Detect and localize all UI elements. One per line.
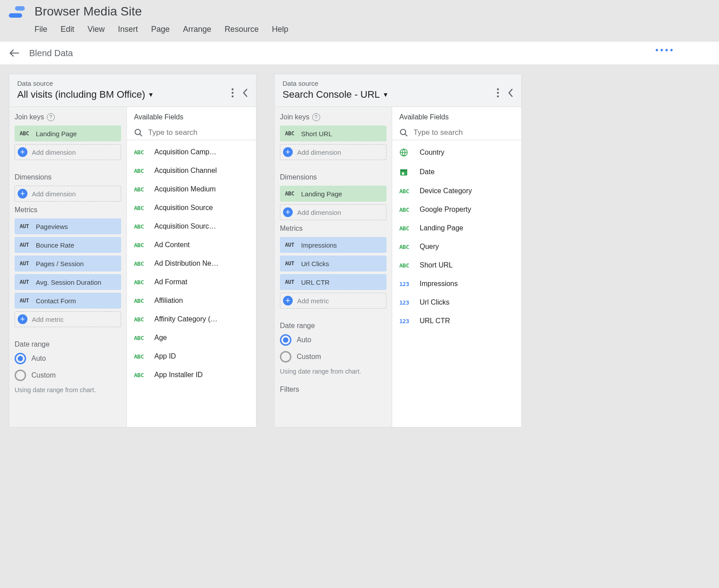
available-field[interactable]: 123URL CTR xyxy=(392,312,521,330)
config-column: Join keys?ABCLanding Page+Add dimensionD… xyxy=(9,107,127,427)
field-search-input[interactable] xyxy=(148,128,249,137)
menu-item-arrange[interactable]: Arrange xyxy=(183,25,211,34)
menu-item-file[interactable]: File xyxy=(34,25,47,34)
dimension-chip[interactable]: ABCLanding Page xyxy=(280,186,386,202)
available-field[interactable]: ABCAcquisition Source xyxy=(127,199,256,217)
plus-icon: + xyxy=(18,189,27,199)
menu-item-insert[interactable]: Insert xyxy=(118,25,138,34)
date-range-hint: Using date range from chart. xyxy=(15,386,121,393)
plus-icon: + xyxy=(18,147,27,157)
available-field[interactable]: ABCAcquisition Sourc… xyxy=(127,217,256,236)
sub-header-title: Blend Data xyxy=(29,48,73,58)
collapse-left-icon[interactable] xyxy=(507,88,513,98)
add-join-dimension-button[interactable]: +Add dimension xyxy=(280,144,386,160)
svg-rect-1 xyxy=(9,13,22,18)
metric-chip[interactable]: AUTPageviews xyxy=(15,218,121,234)
add-join-dimension-button[interactable]: +Add dimension xyxy=(15,144,121,160)
available-field[interactable]: ABCAd Distribution Ne… xyxy=(127,254,256,273)
field-search-row xyxy=(392,126,521,140)
chevron-down-icon: ▼ xyxy=(148,91,154,98)
available-field[interactable]: ABCApp Installer ID xyxy=(127,366,256,384)
more-menu-icon[interactable] xyxy=(497,88,499,98)
join-key-chip[interactable]: ABCShort URL xyxy=(280,126,386,141)
menu-item-view[interactable]: View xyxy=(88,25,105,34)
collapse-left-icon[interactable] xyxy=(242,88,248,98)
available-fields-title: Available Fields xyxy=(127,113,256,126)
available-field[interactable]: ABCGoogle Property xyxy=(392,200,521,219)
available-field[interactable]: ABCAcquisition Camp… xyxy=(127,143,256,161)
metric-chip[interactable]: AUTAvg. Session Duration xyxy=(15,274,121,290)
available-fields-column: Available Fields CountryDateABCDevice Ca… xyxy=(392,107,521,427)
metric-chip[interactable]: AUTURL CTR xyxy=(280,274,386,290)
menu-item-resource[interactable]: Resource xyxy=(225,25,259,34)
data-source-label: Data source xyxy=(283,80,497,87)
search-icon xyxy=(134,128,143,137)
chevron-down-icon: ▼ xyxy=(382,91,389,98)
help-icon[interactable]: ? xyxy=(312,113,320,121)
metric-chip[interactable]: AUTBounce Rate xyxy=(15,237,121,253)
date-range-custom-radio[interactable]: Custom xyxy=(15,370,121,381)
join-keys-label: Join keys? xyxy=(15,113,121,121)
field-search-row xyxy=(127,126,256,140)
calendar-icon xyxy=(399,168,413,176)
available-field[interactable]: ABCAcquisition Medium xyxy=(127,180,256,199)
available-field[interactable]: 123Impressions xyxy=(392,275,521,293)
svg-point-11 xyxy=(401,130,406,135)
available-field[interactable]: ABCAd Format xyxy=(127,273,256,291)
source-header: Data source All visits (including BM Off… xyxy=(9,74,256,107)
available-field[interactable]: ABCAcquisition Channel xyxy=(127,161,256,180)
back-arrow-icon[interactable] xyxy=(9,48,19,58)
help-icon[interactable]: ? xyxy=(47,113,55,121)
svg-point-6 xyxy=(135,130,141,135)
available-field[interactable]: ABCQuery xyxy=(392,237,521,256)
available-field[interactable]: ABCApp ID xyxy=(127,347,256,366)
available-field[interactable]: ABCDevice Category xyxy=(392,182,521,200)
globe-icon xyxy=(399,148,413,157)
filters-label: Filters xyxy=(280,386,386,393)
svg-point-3 xyxy=(232,88,233,90)
drag-dots-icon[interactable]: •••• xyxy=(655,45,675,55)
field-list: ABCAcquisition Camp…ABCAcquisition Chann… xyxy=(127,140,256,387)
data-source-label: Data source xyxy=(17,80,231,87)
metric-chip[interactable]: AUTPages / Session xyxy=(15,256,121,271)
available-field[interactable]: 123Url Clicks xyxy=(392,293,521,312)
data-source-picker[interactable]: Search Console - URL ▼ xyxy=(283,89,389,100)
search-icon xyxy=(399,128,408,137)
doc-title[interactable]: Browser Media Site xyxy=(34,4,288,19)
date-range-custom-radio[interactable]: Custom xyxy=(280,351,386,363)
add-dimension-button[interactable]: +Add dimension xyxy=(280,204,386,220)
svg-rect-0 xyxy=(15,6,25,11)
metric-chip[interactable]: AUTUrl Clicks xyxy=(280,256,386,271)
available-field[interactable]: ABCAffiliation xyxy=(127,291,256,310)
add-metric-button[interactable]: +Add metric xyxy=(15,311,121,327)
svg-line-7 xyxy=(140,134,142,136)
menu-item-edit[interactable]: Edit xyxy=(61,25,74,34)
available-field[interactable]: ABCAffinity Category (… xyxy=(127,310,256,328)
date-range-auto-radio[interactable]: Auto xyxy=(280,334,386,346)
data-source-picker[interactable]: All visits (including BM Office) ▼ xyxy=(17,89,154,100)
more-menu-icon[interactable] xyxy=(231,88,234,98)
menu-item-page[interactable]: Page xyxy=(151,25,170,34)
field-list: CountryDateABCDevice CategoryABCGoogle P… xyxy=(392,140,521,333)
available-field[interactable]: ABCAge xyxy=(127,328,256,347)
date-range-label: Date range xyxy=(280,322,386,330)
available-field[interactable]: Date xyxy=(392,162,521,182)
date-range-auto-radio[interactable]: Auto xyxy=(15,353,121,364)
available-fields-title: Available Fields xyxy=(392,113,521,126)
metrics-label: Metrics xyxy=(280,225,386,233)
available-field[interactable]: ABCAd Content xyxy=(127,236,256,254)
add-metric-button[interactable]: +Add metric xyxy=(280,293,386,309)
menu-item-help[interactable]: Help xyxy=(272,25,288,34)
metric-chip[interactable]: AUTContact Form xyxy=(15,293,121,309)
svg-line-12 xyxy=(405,134,407,136)
available-field[interactable]: Country xyxy=(392,143,521,162)
field-search-input[interactable] xyxy=(413,128,514,137)
dimensions-label: Dimensions xyxy=(280,173,386,181)
svg-point-8 xyxy=(497,88,499,90)
available-field[interactable]: ABCShort URL xyxy=(392,256,521,275)
metric-chip[interactable]: AUTImpressions xyxy=(280,237,386,253)
join-key-chip[interactable]: ABCLanding Page xyxy=(15,126,121,141)
add-dimension-button[interactable]: +Add dimension xyxy=(15,186,121,202)
source-panel-1: Data source Search Console - URL ▼ Join … xyxy=(274,74,522,428)
available-field[interactable]: ABCLanding Page xyxy=(392,219,521,237)
